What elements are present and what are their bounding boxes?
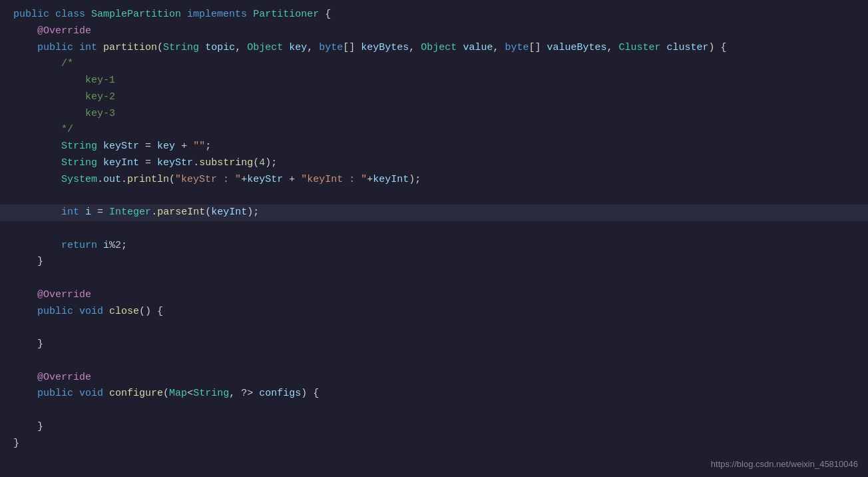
code-line-7: key-3 xyxy=(0,106,868,123)
code-line-20 xyxy=(0,320,868,336)
code-line-26: } xyxy=(0,419,868,436)
code-line-24: public void configure(Map<String, ?> con… xyxy=(0,386,868,402)
code-line-27: } xyxy=(0,436,868,452)
code-line-22 xyxy=(0,353,868,370)
code-line-10: String keyInt = keyStr.substring(4); xyxy=(0,155,868,172)
code-line-17 xyxy=(0,270,868,287)
code-line-4: /* xyxy=(0,56,868,73)
code-line-12 xyxy=(0,188,868,205)
code-line-16: } xyxy=(0,254,868,270)
code-line-18: @Override xyxy=(0,287,868,304)
code-line-6: key-2 xyxy=(0,89,868,106)
code-line-15: return i%2; xyxy=(0,238,868,254)
code-line-1: public class SamplePartition implements … xyxy=(0,7,868,23)
code-line-8: */ xyxy=(0,122,868,139)
code-line-14 xyxy=(0,221,868,238)
code-line-2: @Override xyxy=(0,23,868,40)
code-line-25 xyxy=(0,402,868,419)
code-line-3: public int partition(String topic, Objec… xyxy=(0,40,868,57)
code-line-5: key-1 xyxy=(0,73,868,89)
code-line-11: System.out.println("keyStr : "+keyStr + … xyxy=(0,172,868,189)
watermark: https://blog.csdn.net/weixin_45810046 xyxy=(711,458,858,472)
code-line-19: public void close() { xyxy=(0,304,868,320)
code-line-21: } xyxy=(0,336,868,353)
code-line-9: String keyStr = key + ""; xyxy=(0,139,868,155)
code-line-23: @Override xyxy=(0,370,868,386)
code-editor: public class SamplePartition implements … xyxy=(0,0,868,477)
code-line-13: int i = Integer.parseInt(keyInt); xyxy=(0,205,868,221)
